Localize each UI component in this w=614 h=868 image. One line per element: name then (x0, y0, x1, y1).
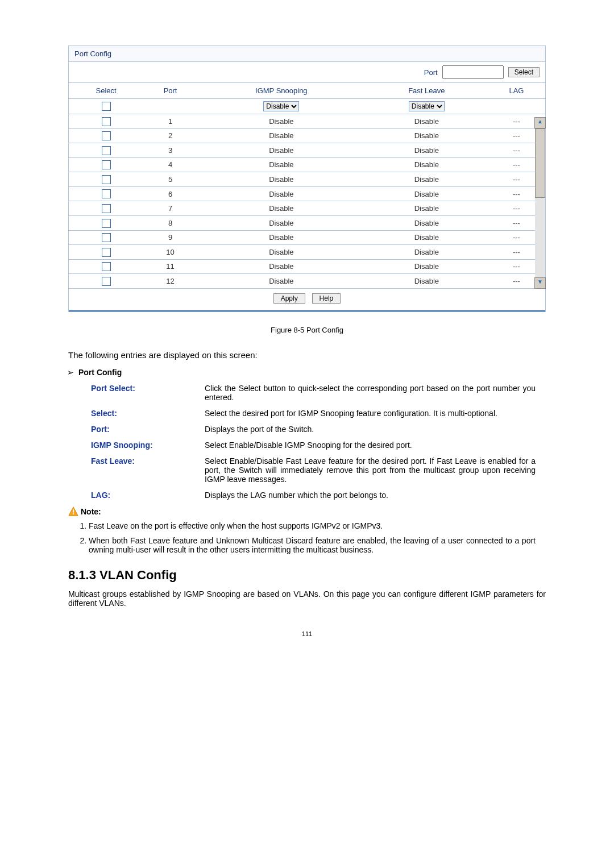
leave-cell: Disable (366, 215, 488, 230)
scrollbar[interactable]: ▲ ▼ (535, 117, 545, 289)
port-config-panel: Port Config Port Select Select Port IGMP… (68, 45, 546, 312)
port-cell: 7 (143, 201, 197, 216)
definition-label: Fast Leave: (91, 456, 205, 484)
table-row: 6DisableDisable--- (69, 186, 545, 201)
leave-cell: Disable (366, 201, 488, 216)
port-select-label: Port (424, 68, 438, 77)
table-row: 8DisableDisable--- (69, 215, 545, 230)
leave-cell: Disable (366, 274, 488, 289)
section-paragraph: Multicast groups established by IGMP Sno… (68, 589, 546, 608)
leave-cell: Disable (366, 172, 488, 187)
col-snoop: IGMP Snooping (197, 83, 366, 99)
definition-label: Port Select: (91, 384, 205, 402)
port-cell: 8 (143, 215, 197, 230)
intro-text: The following entries are displayed on t… (68, 350, 546, 360)
port-cell: 3 (143, 143, 197, 158)
row-checkbox[interactable] (102, 277, 111, 286)
row-checkbox[interactable] (102, 160, 111, 169)
leave-cell: Disable (366, 230, 488, 245)
snoop-cell: Disable (197, 245, 366, 260)
row-checkbox[interactable] (102, 131, 111, 140)
snoop-cell: Disable (197, 114, 366, 129)
snoop-cell: Disable (197, 230, 366, 245)
port-table: Select Port IGMP Snooping Fast Leave LAG… (69, 83, 545, 289)
port-input[interactable] (442, 65, 504, 79)
row-checkbox[interactable] (102, 233, 111, 242)
table-row: 12DisableDisable--- (69, 274, 545, 289)
table-row: 4DisableDisable--- (69, 157, 545, 172)
table-row: 3DisableDisable--- (69, 143, 545, 158)
col-port: Port (143, 83, 197, 99)
snoop-cell: Disable (197, 259, 366, 274)
row-checkbox[interactable] (102, 219, 111, 228)
definition-text: Select Enable/Disable IGMP Snooping for … (205, 441, 536, 450)
select-all-checkbox[interactable] (102, 102, 111, 111)
definition-text: Click the Select button to quick-select … (205, 384, 536, 402)
panel-title: Port Config (69, 46, 545, 62)
row-checkbox[interactable] (102, 175, 111, 184)
leave-cell: Disable (366, 157, 488, 172)
table-row: 1DisableDisable--- (69, 114, 545, 129)
notes-list: Fast Leave on the port is effective only… (78, 521, 536, 554)
row-checkbox[interactable] (102, 248, 111, 257)
definition-text: Displays the port of the Switch. (205, 425, 536, 434)
table-row: 11DisableDisable--- (69, 259, 545, 274)
row-checkbox[interactable] (102, 146, 111, 155)
port-cell: 9 (143, 230, 197, 245)
leave-filter-select[interactable]: Disable (409, 101, 445, 111)
filter-row: Disable Disable (69, 99, 545, 114)
row-checkbox[interactable] (102, 189, 111, 198)
help-button[interactable]: Help (312, 293, 341, 304)
leave-cell: Disable (366, 259, 488, 274)
definition-label: Port: (91, 425, 205, 434)
bullet-heading: Port Config (80, 368, 546, 377)
port-cell: 4 (143, 157, 197, 172)
leave-cell: Disable (366, 114, 488, 129)
table-row: 10DisableDisable--- (69, 245, 545, 260)
select-button[interactable]: Select (508, 67, 540, 77)
snoop-cell: Disable (197, 274, 366, 289)
table-wrap: Select Port IGMP Snooping Fast Leave LAG… (69, 83, 545, 289)
snoop-cell: Disable (197, 215, 366, 230)
snoop-cell: Disable (197, 128, 366, 143)
table-row: 5DisableDisable--- (69, 172, 545, 187)
button-row: Apply Help (69, 289, 545, 310)
definition-label: LAG: (91, 491, 205, 500)
note-label: Note: (81, 507, 101, 516)
definition-label: Select: (91, 409, 205, 418)
table-row: 7DisableDisable--- (69, 201, 545, 216)
svg-rect-2 (73, 513, 74, 514)
leave-cell: Disable (366, 245, 488, 260)
port-cell: 12 (143, 274, 197, 289)
definition-row: Fast Leave:Select Enable/Disable Fast Le… (91, 456, 536, 484)
port-cell: 11 (143, 259, 197, 274)
scroll-down-icon[interactable]: ▼ (534, 277, 546, 289)
definition-row: Select:Select the desired port for IGMP … (91, 409, 536, 418)
port-cell: 6 (143, 186, 197, 201)
table-row: 2DisableDisable--- (69, 128, 545, 143)
row-checkbox[interactable] (102, 117, 111, 126)
svg-rect-1 (73, 509, 74, 512)
snoop-cell: Disable (197, 201, 366, 216)
figure-caption: Figure 8-5 Port Config (68, 326, 546, 334)
definition-row: Port Select:Click the Select button to q… (91, 384, 536, 402)
scroll-thumb[interactable] (535, 128, 545, 198)
definition-text: Select the desired port for IGMP Snoopin… (205, 409, 536, 418)
definition-row: IGMP Snooping:Select Enable/Disable IGMP… (91, 441, 536, 450)
definition-label: IGMP Snooping: (91, 441, 205, 450)
scroll-up-icon[interactable]: ▲ (534, 117, 546, 128)
leave-cell: Disable (366, 143, 488, 158)
port-cell: 10 (143, 245, 197, 260)
definitions-list: Port Select:Click the Select button to q… (91, 384, 536, 500)
row-checkbox[interactable] (102, 204, 111, 213)
row-checkbox[interactable] (102, 262, 111, 271)
col-lag: LAG (488, 83, 545, 99)
leave-cell: Disable (366, 186, 488, 201)
definition-row: Port:Displays the port of the Switch. (91, 425, 536, 434)
section-heading: 8.1.3 VLAN Config (68, 568, 546, 583)
snoop-filter-select[interactable]: Disable (263, 101, 299, 111)
apply-button[interactable]: Apply (273, 293, 305, 304)
leave-cell: Disable (366, 128, 488, 143)
snoop-cell: Disable (197, 186, 366, 201)
note-item: When both Fast Leave feature and Unknown… (89, 536, 536, 554)
